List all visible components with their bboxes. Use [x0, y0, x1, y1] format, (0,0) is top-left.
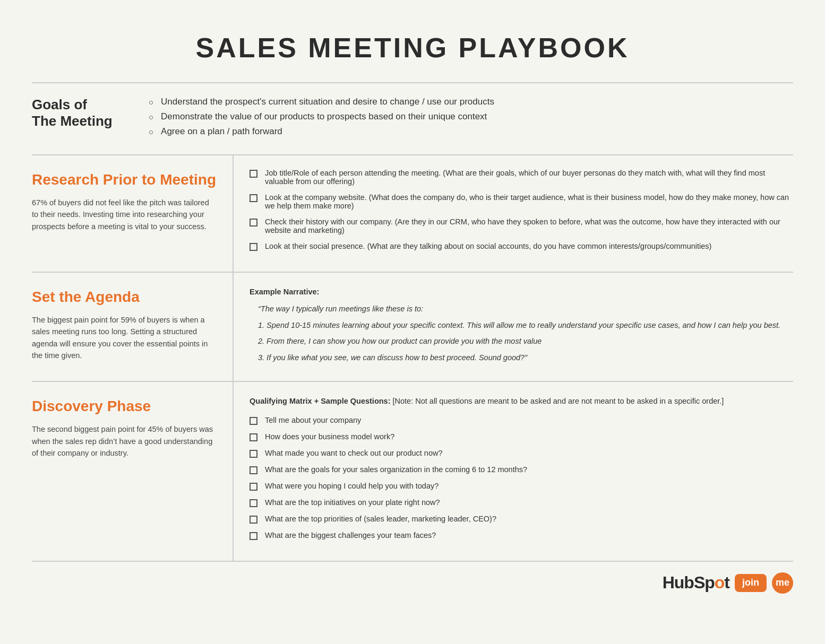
checkbox-d5[interactable] [250, 483, 257, 491]
checkbox-1[interactable] [250, 170, 257, 178]
agenda-heading: Set the Agenda [32, 289, 217, 306]
discovery-right: Qualifying Matrix + Sample Questions: [N… [234, 382, 793, 560]
discovery-checklist: Tell me about your company How does your… [250, 416, 793, 540]
narrative-section: Example Narrative: “The way I typically … [250, 286, 793, 363]
research-desc: 67% of buyers did not feel like the pitc… [32, 197, 217, 232]
goals-item-1: Understand the prospect's current situat… [149, 97, 494, 107]
research-check-2: Look at the company website. (What does … [250, 193, 793, 210]
research-check-4: Look at their social presence. (What are… [250, 242, 793, 251]
qualifying-note: [Note: Not all questions are meant to be… [393, 397, 724, 405]
checkbox-d7[interactable] [250, 516, 257, 524]
discovery-q-2: How does your business model work? [250, 432, 793, 441]
hubspot-logo: HubSpot [663, 573, 729, 593]
discovery-q-6: What are the top initiatives on your pla… [250, 498, 793, 507]
page-title: SALES MEETING PLAYBOOK [32, 16, 793, 82]
agenda-desc: The biggest pain point for 59% of buyers… [32, 314, 217, 362]
checkbox-d8[interactable] [250, 532, 257, 540]
goals-item-2: Demonstrate the value of our products to… [149, 111, 494, 122]
discovery-q-4: What are the goals for your sales organi… [250, 465, 793, 474]
goals-item-3: Agree on a plan / path forward [149, 126, 494, 137]
discovery-desc: The second biggest pain point for 45% of… [32, 423, 217, 459]
narrative-line-2: 1. Spend 10-15 minutes learning about yo… [250, 319, 793, 331]
research-checklist: Job title/Role of each person attending … [250, 169, 793, 251]
discovery-q-1: Tell me about your company [250, 416, 793, 425]
checkbox-d4[interactable] [250, 466, 257, 474]
checkbox-4[interactable] [250, 243, 257, 251]
goals-list: Understand the prospect's current situat… [149, 97, 494, 141]
checkbox-d1[interactable] [250, 417, 257, 425]
narrative-label: Example Narrative: [250, 286, 793, 298]
narrative-line-1: “The way I typically run meetings like t… [250, 303, 793, 315]
qualifying-intro: Qualifying Matrix + Sample Questions: [N… [250, 395, 793, 407]
research-heading: Research Prior to Meeting [32, 171, 217, 188]
footer: HubSpot join me [32, 562, 793, 594]
discovery-q-5: What were you hoping I could help you wi… [250, 482, 793, 491]
goals-section: Goals of The Meeting Understand the pros… [32, 82, 793, 155]
goals-label: Goals of The Meeting [32, 97, 149, 141]
discovery-q-7: What are the top priorities of (sales le… [250, 515, 793, 524]
main-grid: Research Prior to Meeting 67% of buyers … [32, 155, 793, 562]
qualifying-label: Qualifying Matrix + Sample Questions: [250, 397, 391, 405]
discovery-q-8: What are the biggest challenges your tea… [250, 531, 793, 540]
agenda-left: Set the Agenda The biggest pain point fo… [32, 273, 234, 382]
checkbox-2[interactable] [250, 194, 257, 202]
research-check-1: Job title/Role of each person attending … [250, 169, 793, 186]
discovery-heading: Discovery Phase [32, 398, 217, 415]
research-left: Research Prior to Meeting 67% of buyers … [32, 155, 234, 273]
checkbox-d3[interactable] [250, 450, 257, 458]
checkbox-d2[interactable] [250, 433, 257, 441]
checkbox-3[interactable] [250, 219, 257, 227]
narrative-line-3: 2. From there, I can show you how our pr… [250, 335, 793, 347]
research-right: Job title/Role of each person attending … [234, 155, 793, 273]
agenda-right: Example Narrative: “The way I typically … [234, 273, 793, 382]
join-badge[interactable]: join [735, 574, 767, 592]
me-badge[interactable]: me [772, 572, 793, 594]
research-check-3: Check their history with our company. (A… [250, 217, 793, 234]
discovery-left: Discovery Phase The second biggest pain … [32, 382, 234, 560]
narrative-line-4: 3. If you like what you see, we can disc… [250, 352, 793, 363]
checkbox-d6[interactable] [250, 499, 257, 507]
discovery-q-3: What made you want to check out our prod… [250, 449, 793, 458]
